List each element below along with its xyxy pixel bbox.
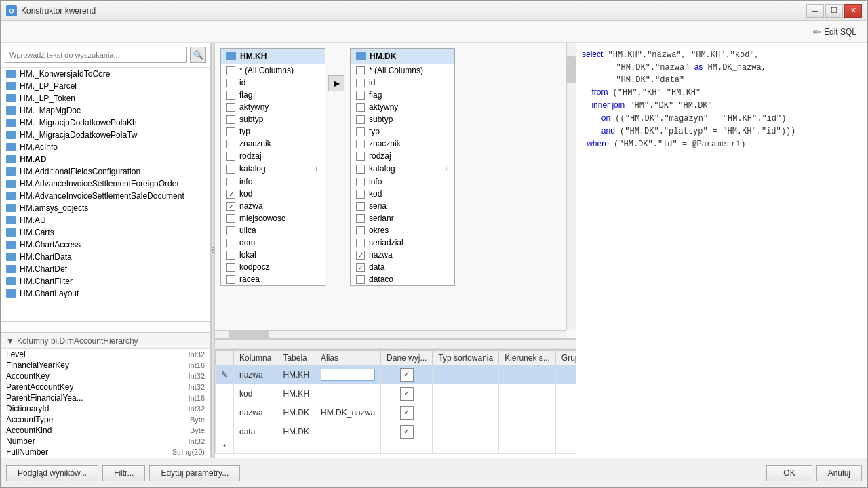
table-list-item[interactable]: HM.AdvanceInvoiceSettlementSaleDocument: [1, 190, 210, 202]
row-alias[interactable]: [315, 365, 381, 384]
row-dane[interactable]: [381, 384, 433, 403]
grid-empty-row[interactable]: *: [216, 441, 576, 454]
table-list-item[interactable]: HM.Carts: [1, 226, 210, 239]
tc-checkbox[interactable]: [356, 140, 365, 148]
ok-button[interactable]: OK: [766, 465, 812, 481]
tc-checkbox[interactable]: [226, 152, 235, 161]
edit-sql-button[interactable]: ✏ Edit SQL: [808, 24, 862, 39]
row-dane[interactable]: [381, 365, 433, 384]
table-list-item[interactable]: HM._KonwersjaIdToCore: [1, 68, 210, 80]
tc-checkbox[interactable]: [226, 103, 235, 112]
tc-checkbox[interactable]: [356, 91, 365, 100]
tc-item-hm-dk[interactable]: seria: [351, 200, 454, 212]
tc-checkbox[interactable]: [226, 91, 235, 100]
tc-checkbox[interactable]: [356, 239, 365, 247]
tc-item-hm-dk[interactable]: seriadzial: [351, 237, 454, 249]
tc-item-hm-kh[interactable]: flag: [221, 89, 325, 101]
filter-button[interactable]: Filtr...: [102, 465, 145, 481]
table-list-item[interactable]: HM._MigracjaDodatkowePolaKh: [1, 117, 210, 129]
tc-item-hm-kh[interactable]: nazwa: [221, 200, 325, 212]
tc-item-hm-kh[interactable]: racea: [221, 273, 325, 285]
tc-checkbox[interactable]: [356, 190, 365, 199]
tc-checkbox[interactable]: [356, 66, 365, 75]
cancel-button[interactable]: Anuluj: [816, 465, 862, 481]
dane-checkbox[interactable]: [400, 368, 414, 382]
table-list-item[interactable]: HM._LP_Parcel: [1, 80, 210, 92]
table-list-item[interactable]: HM.AD: [1, 153, 210, 165]
column-row[interactable]: AccountKeyInt32: [1, 371, 210, 382]
tc-item-hm-dk[interactable]: rodzaj: [351, 150, 454, 162]
tc-item-hm-kh[interactable]: katalog+: [221, 162, 325, 176]
alias-input[interactable]: [321, 369, 375, 381]
tc-checkbox[interactable]: [226, 190, 235, 199]
tc-checkbox[interactable]: [356, 214, 365, 223]
row-dane[interactable]: [381, 422, 433, 441]
tc-checkbox[interactable]: [226, 66, 235, 75]
tc-checkbox[interactable]: [226, 263, 235, 272]
tc-item-hm-kh[interactable]: dom: [221, 237, 325, 249]
row-dane[interactable]: [381, 403, 433, 422]
tc-item-hm-kh[interactable]: aktywny: [221, 101, 325, 113]
close-button[interactable]: ✕: [844, 4, 862, 18]
tc-item-hm-dk[interactable]: * (All Columns): [351, 64, 454, 77]
table-list-item[interactable]: HM.ChartFilter: [1, 275, 210, 287]
row-alias[interactable]: HM.DK_nazwa: [315, 403, 381, 422]
tc-checkbox[interactable]: [226, 239, 235, 247]
table-list-item[interactable]: HM.ChartLayout: [1, 287, 210, 300]
row-grupowanie[interactable]: [555, 384, 576, 403]
row-alias[interactable]: [315, 422, 381, 441]
table-list-item[interactable]: HM.ChartDef: [1, 263, 210, 275]
grid-row[interactable]: dataHM.DK: [216, 422, 576, 441]
tc-item-hm-kh[interactable]: info: [221, 176, 325, 188]
tc-checkbox[interactable]: [226, 202, 235, 211]
tc-add-button[interactable]: +: [314, 163, 319, 174]
tc-checkbox[interactable]: [226, 165, 235, 174]
table-list-item[interactable]: HM.AdvanceInvoiceSettlementForeignOrder: [1, 178, 210, 190]
column-row[interactable]: NumberInt32: [1, 436, 210, 447]
row-grupowanie[interactable]: [555, 403, 576, 422]
tc-checkbox[interactable]: [356, 275, 365, 284]
column-row[interactable]: DictionaryIdInt32: [1, 403, 210, 414]
tc-item-hm-dk[interactable]: dataco: [351, 273, 454, 285]
search-input[interactable]: [5, 47, 187, 63]
tc-item-hm-kh[interactable]: znacznik: [221, 138, 325, 150]
tc-checkbox[interactable]: [356, 263, 365, 272]
column-row[interactable]: FullNumberString(20): [1, 447, 210, 458]
tc-checkbox[interactable]: [226, 214, 235, 223]
table-list-item[interactable]: HM.ChartData: [1, 251, 210, 263]
search-button[interactable]: 🔍: [190, 47, 206, 63]
tc-item-hm-kh[interactable]: lokal: [221, 249, 325, 261]
tc-item-hm-dk[interactable]: nazwa: [351, 249, 454, 261]
column-row[interactable]: AccountKindByte: [1, 425, 210, 436]
dane-checkbox[interactable]: [400, 425, 414, 439]
tc-item-hm-dk[interactable]: flag: [351, 89, 454, 101]
tc-item-hm-dk[interactable]: okres: [351, 224, 454, 237]
tc-checkbox[interactable]: [226, 127, 235, 136]
tc-checkbox[interactable]: [356, 115, 365, 124]
tc-checkbox[interactable]: [356, 103, 365, 112]
tables-scrollbar-v[interactable]: [566, 43, 576, 330]
tc-item-hm-dk[interactable]: subtyp: [351, 113, 454, 125]
tc-item-hm-dk[interactable]: katalog+: [351, 162, 454, 176]
tc-item-hm-dk[interactable]: kod: [351, 188, 454, 200]
row-alias[interactable]: [315, 384, 381, 403]
tc-checkbox[interactable]: [226, 275, 235, 284]
table-list-item[interactable]: HM._LP_Token: [1, 92, 210, 104]
tc-item-hm-kh[interactable]: kodpocz: [221, 261, 325, 273]
table-list-item[interactable]: HM.AdditionalFieldsConfiguration: [1, 165, 210, 178]
tc-checkbox[interactable]: [356, 165, 365, 174]
tc-item-hm-kh[interactable]: kod: [221, 188, 325, 200]
grid-row[interactable]: ✎nazwaHM.KH: [216, 365, 576, 384]
tc-checkbox[interactable]: [356, 251, 365, 260]
grid-row[interactable]: kodHM.KH: [216, 384, 576, 403]
tc-checkbox[interactable]: [226, 251, 235, 260]
column-row[interactable]: ParentFinancialYea...Int16: [1, 392, 210, 403]
join-arrow-button[interactable]: ▶: [328, 75, 344, 92]
tc-item-hm-dk[interactable]: aktywny: [351, 101, 454, 113]
tc-item-hm-dk[interactable]: id: [351, 77, 454, 89]
tc-item-hm-kh[interactable]: typ: [221, 125, 325, 138]
tables-scrollbar-h[interactable]: [215, 330, 566, 338]
preview-button[interactable]: Podgląd wyników...: [6, 465, 98, 481]
collapse-bar[interactable]: ▼ Kolumny bi.DimAccountHierarchy: [1, 333, 210, 349]
column-row[interactable]: ParentAccountKeyInt32: [1, 382, 210, 392]
